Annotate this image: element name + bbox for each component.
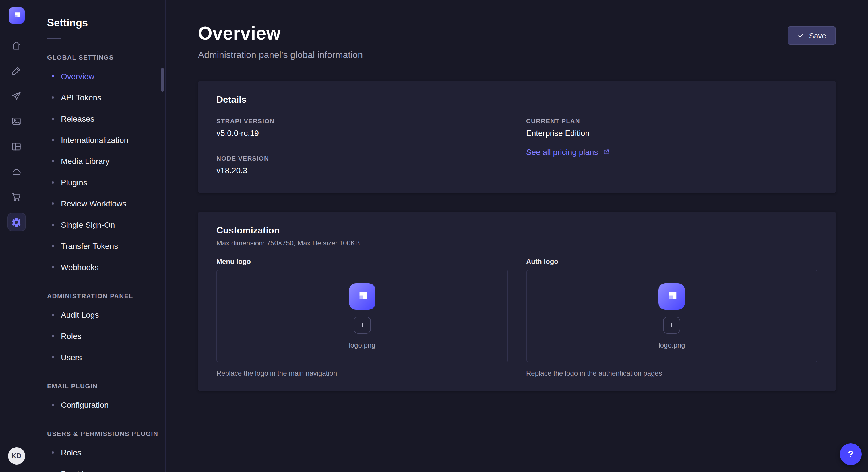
sidebar-item-review-workflows[interactable]: Review Workflows [52, 193, 165, 214]
section-users-permissions-plugin: USERS & PERMISSIONS PLUGIN Roles Provide… [47, 430, 165, 472]
section-label: EMAIL PLUGIN [47, 382, 165, 390]
sidebar-item-label: Roles [61, 448, 82, 457]
menu-logo-dropzone[interactable]: logo.png [216, 270, 508, 363]
nav-list: Configuration [47, 394, 165, 415]
menu-logo-hint: Replace the logo in the main navigation [216, 369, 508, 377]
plus-icon [669, 322, 675, 328]
nav-settings-button[interactable] [7, 213, 26, 231]
cloud-icon [11, 166, 22, 177]
sidebar-item-plugins[interactable]: Plugins [52, 171, 165, 193]
details-left-column: STRAPI VERSION v5.0.0-rc.19 NODE VERSION… [216, 117, 508, 175]
logo-uploads: Menu logo logo [216, 258, 817, 377]
menu-logo-preview [349, 283, 375, 309]
scrollbar-thumb[interactable] [161, 68, 164, 92]
nav-content-manager-button[interactable] [7, 61, 26, 80]
nav-list: Audit Logs Roles Users [47, 304, 165, 368]
nav-list: Overview API Tokens Releases Internation… [47, 65, 165, 278]
sidebar-item-webhooks[interactable]: Webhooks [52, 256, 165, 278]
main-nav-rail: KD [0, 0, 33, 472]
sidebar-item-label: Roles [61, 331, 82, 340]
strapi-mark-icon [663, 288, 681, 305]
details-right-column: CURRENT PLAN Enterprise Edition See all … [526, 117, 817, 175]
menu-logo-filename: logo.png [349, 341, 375, 349]
strapi-mark-icon [11, 10, 22, 21]
pricing-link-label: See all pricing plans [526, 147, 598, 157]
sidebar-item-internationalization[interactable]: Internationalization [52, 129, 165, 150]
sidebar-item-label: Internationalization [61, 135, 128, 144]
sidebar-item-api-tokens[interactable]: API Tokens [52, 87, 165, 108]
sidebar-item-up-roles[interactable]: Roles [52, 442, 165, 463]
bullet-icon [52, 181, 54, 183]
sidebar-item-label: Webhooks [61, 262, 99, 272]
current-plan-value: Enterprise Edition [526, 129, 817, 138]
page-subtitle: Administration panel’s global informatio… [198, 50, 363, 60]
nav-home-button[interactable] [7, 36, 26, 55]
sidebar-item-label: Media Library [61, 156, 110, 165]
pricing-link[interactable]: See all pricing plans [526, 147, 610, 157]
page-header-text: Overview Administration panel’s global i… [198, 23, 363, 60]
check-icon [798, 32, 805, 39]
save-button[interactable]: Save [788, 26, 836, 45]
section-administration-panel: ADMINISTRATION PANEL Audit Logs Roles Us… [47, 293, 165, 368]
bullet-icon [52, 138, 54, 141]
strapi-mark-icon [353, 288, 371, 305]
sidebar-item-label: Audit Logs [61, 310, 99, 319]
bullet-icon [52, 160, 54, 162]
strapi-version-field: STRAPI VERSION v5.0.0-rc.19 [216, 117, 508, 138]
sidebar-item-transfer-tokens[interactable]: Transfer Tokens [52, 235, 165, 256]
title-divider [47, 38, 61, 39]
node-version-field: NODE VERSION v18.20.3 [216, 155, 508, 175]
sidebar-item-label: Single Sign-On [61, 220, 115, 229]
nav-cloud-button[interactable] [7, 162, 26, 181]
sidebar-item-admin-users[interactable]: Users [52, 346, 165, 368]
section-global-settings: GLOBAL SETTINGS Overview API Tokens Rele… [47, 54, 165, 278]
auth-logo-dropzone[interactable]: logo.png [526, 270, 817, 363]
sidebar-item-label: API Tokens [61, 93, 101, 102]
bullet-icon [52, 266, 54, 268]
details-card-title: Details [216, 95, 817, 105]
bullet-icon [52, 202, 54, 204]
nav-marketplace-button[interactable] [7, 188, 26, 206]
bullet-icon [52, 75, 54, 77]
section-label: ADMINISTRATION PANEL [47, 293, 165, 299]
sidebar-item-label: Plugins [61, 177, 87, 187]
auth-logo-add-button[interactable] [663, 316, 681, 334]
strapi-version-label: STRAPI VERSION [216, 117, 508, 125]
auth-logo-preview [659, 283, 685, 309]
pictures-icon [11, 115, 22, 127]
paper-plane-icon [11, 90, 22, 101]
sidebar-item-releases[interactable]: Releases [52, 108, 165, 129]
strapi-logo[interactable] [8, 7, 24, 24]
sidebar-item-overview[interactable]: Overview [52, 65, 165, 87]
avatar[interactable]: KD [8, 447, 25, 465]
nav-releases-button[interactable] [7, 87, 26, 105]
details-card: Details STRAPI VERSION v5.0.0-rc.19 NODE… [198, 81, 836, 193]
layout-icon [11, 141, 22, 152]
save-button-label: Save [809, 31, 826, 40]
sidebar-item-single-sign-on[interactable]: Single Sign-On [52, 214, 165, 235]
node-version-value: v18.20.3 [216, 166, 508, 175]
cart-icon [11, 191, 22, 202]
rail-nav [7, 36, 26, 231]
sidebar-item-admin-roles[interactable]: Roles [52, 325, 165, 346]
section-label: GLOBAL SETTINGS [47, 54, 165, 61]
auth-logo-upload: Auth logo logo [526, 258, 817, 377]
customization-card-title: Customization [216, 225, 817, 236]
sidebar-item-label: Providers [61, 469, 95, 472]
page-header: Overview Administration panel’s global i… [198, 23, 836, 60]
external-link-icon [603, 148, 610, 156]
help-button[interactable]: ? [840, 443, 862, 465]
sidebar-item-email-configuration[interactable]: Configuration [52, 394, 165, 415]
menu-logo-add-button[interactable] [353, 316, 371, 334]
section-label: USERS & PERMISSIONS PLUGIN [47, 430, 165, 437]
sidebar-item-up-providers[interactable]: Providers [52, 463, 165, 472]
nav-list: Roles Providers [47, 442, 165, 472]
nav-media-library-button[interactable] [7, 112, 26, 130]
bullet-icon [52, 335, 54, 337]
nav-content-type-builder-button[interactable] [7, 137, 26, 156]
auth-logo-label: Auth logo [526, 258, 817, 266]
auth-logo-filename: logo.png [658, 341, 685, 349]
sidebar-item-media-library[interactable]: Media Library [52, 150, 165, 171]
current-plan-label: CURRENT PLAN [526, 117, 817, 125]
sidebar-item-audit-logs[interactable]: Audit Logs [52, 304, 165, 325]
